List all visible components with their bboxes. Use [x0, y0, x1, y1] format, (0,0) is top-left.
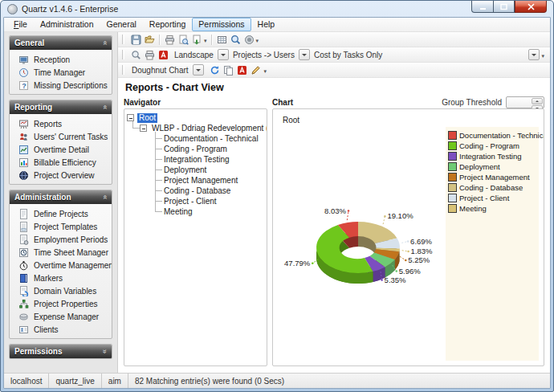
sidebar: General«ReceptionTime Manager?Missing De… [4, 32, 118, 373]
preview-button[interactable] [129, 48, 143, 61]
toolbar-overflow-icon[interactable]: ▾ [264, 68, 267, 75]
tree-node-meeting[interactable]: Meeting [162, 206, 264, 217]
menu-item-general[interactable]: General [100, 18, 142, 31]
sidebar-section-header-general[interactable]: General« [10, 36, 112, 50]
sidebar-item-label: Clients [34, 325, 59, 334]
menu-item-permissions[interactable]: Permissions [192, 18, 251, 31]
menu-item-help[interactable]: Help [251, 18, 282, 31]
pdf-icon [158, 50, 169, 60]
missing-descriptions-icon: ? [18, 80, 29, 91]
sidebar-item-reception[interactable]: Reception [11, 53, 110, 66]
sidebar-item-overtime-detail[interactable]: Overtime Detail [11, 143, 110, 156]
menu-item-reporting[interactable]: Reporting [143, 18, 193, 31]
sidebar-section-title: Reporting [14, 103, 52, 112]
open-button[interactable] [143, 33, 157, 46]
print-button[interactable] [163, 33, 177, 46]
sidebar-item-employment-periods[interactable]: Employment Periods [11, 233, 110, 246]
print-preview-button[interactable] [177, 33, 190, 46]
toolbar-overflow-icon[interactable]: ▾ [204, 38, 207, 44]
tree-node-integration-testing[interactable]: Integration Testing [162, 154, 264, 165]
sidebar-item-project-overview[interactable]: Project Overview [11, 169, 110, 182]
sidebar-section-administration: Administration«Define ProjectsProject Te… [9, 190, 112, 339]
save-icon [131, 35, 141, 45]
sidebar-item-missing-descriptions[interactable]: ?Missing Descriptions [11, 79, 110, 92]
sidebar-item-domain-variables[interactable]: Domain Variables [11, 284, 110, 297]
page-title: Reports - Chart View [125, 82, 550, 93]
sidebar-item-label: Time Sheet Manager [34, 248, 108, 257]
tree-node-coding-database[interactable]: Coding - Database [162, 186, 264, 196]
search-button[interactable] [229, 33, 242, 46]
toolbar-grip[interactable] [122, 65, 124, 75]
chart-panel-box: 19.10%6.69%1.83%5.25%5.96%5.35%47.79%8.0… [272, 108, 544, 366]
sidebar-item-define-projects[interactable]: Define Projects [11, 207, 110, 220]
menu-item-file[interactable]: File [7, 18, 34, 31]
table-button[interactable] [215, 33, 229, 46]
chevron-up-icon[interactable]: « [101, 195, 108, 199]
minimize-button[interactable] [471, 1, 493, 13]
sidebar-item-project-properties[interactable]: Project Properties [11, 297, 110, 310]
sidebar-section-header-administration[interactable]: Administration« [10, 190, 112, 204]
sidebar-item-clients[interactable]: Clients [11, 323, 110, 336]
tree-node-project-client[interactable]: Project - Client [162, 196, 264, 206]
record-button[interactable] [242, 33, 256, 46]
maximize-button[interactable] [493, 1, 515, 13]
tree-node-coding-program[interactable]: Coding - Program [162, 144, 264, 154]
sidebar-section-header-reporting[interactable]: Reporting« [10, 100, 112, 114]
print-button[interactable] [143, 48, 157, 61]
toolbar-grip[interactable] [122, 50, 124, 59]
chart-type-dropdown-button[interactable] [193, 64, 204, 76]
export-button[interactable] [190, 33, 204, 46]
sidebar-item-markers[interactable]: Markers [11, 272, 110, 284]
tree-node-project-management[interactable]: Project Management [162, 175, 264, 186]
chevron-up-icon[interactable]: « [101, 41, 108, 45]
group-threshold-label: Group Threshold [442, 98, 502, 107]
sidebar-item-expense-manager[interactable]: Expense Manager [11, 310, 110, 323]
refresh-button[interactable] [208, 63, 222, 76]
grouping-dropdown-button[interactable] [299, 49, 310, 60]
sidebar-item-time-sheet-manager[interactable]: Time Sheet Manager [11, 246, 110, 259]
sidebar-section-general: General«ReceptionTime Manager?Missing De… [9, 35, 112, 95]
label-leader-dot [381, 279, 383, 281]
tree-node-documentation-technical[interactable]: Documentation - Technical [162, 133, 264, 144]
pdf-button[interactable] [235, 63, 249, 76]
tree-node-deployment[interactable]: Deployment [162, 165, 264, 175]
copy-button[interactable] [222, 63, 235, 76]
tree-branch: Coding - Database [153, 186, 264, 196]
pdf-button[interactable] [157, 48, 170, 61]
tree-node-root[interactable]: Root [127, 112, 264, 123]
label-leader-dot [384, 215, 386, 218]
slice-percent-label: 6.69% [410, 237, 432, 246]
chevron-down-icon[interactable]: « [101, 349, 108, 353]
report-toolbar-icons [129, 48, 170, 61]
report-options-dropdown-button[interactable] [528, 49, 540, 60]
sidebar-item-reports[interactable]: Reports [11, 117, 110, 130]
tree-node-label: Deployment [162, 165, 208, 175]
time-sheet-icon [18, 247, 29, 258]
pen-button[interactable] [249, 63, 263, 76]
sidebar-item-billable-efficiency[interactable]: Billable Efficiency [11, 156, 110, 169]
chevron-up-icon[interactable]: « [101, 105, 108, 109]
reports-icon [18, 119, 29, 129]
sidebar-item-overtime-management[interactable]: Overtime Management [11, 259, 110, 272]
sidebar-section-header-permissions[interactable]: Permissions« [10, 345, 112, 358]
close-button[interactable] [515, 1, 547, 13]
group-threshold-input[interactable] [506, 96, 544, 108]
window-title: Quartz v1.4.6 - Enterprise [22, 4, 118, 14]
save-button[interactable] [129, 33, 143, 46]
title-bar[interactable]: Quartz v1.4.6 - Enterprise [1, 1, 553, 17]
collapse-minus-icon[interactable] [127, 114, 134, 121]
spinner-up-icon[interactable] [532, 98, 543, 104]
export-icon [192, 35, 202, 45]
menu-item-administration[interactable]: Administration [34, 18, 100, 31]
orientation-dropdown-button[interactable] [218, 49, 229, 60]
clients-icon [18, 325, 29, 335]
sidebar-item-label: Overtime Detail [34, 145, 89, 154]
toolbar-grip[interactable] [122, 35, 124, 44]
toolbar-overflow-icon[interactable]: ▾ [541, 53, 544, 59]
toolbar-overflow-icon[interactable]: ▾ [256, 38, 259, 44]
legend-label: Coding - Database [459, 183, 523, 192]
sidebar-item-time-manager[interactable]: Time Manager [11, 66, 110, 79]
sidebar-item-users-current-tasks[interactable]: Users' Current Tasks [11, 130, 110, 143]
sidebar-item-project-templates[interactable]: Project Templates [11, 220, 110, 233]
collapse-minus-icon[interactable] [140, 125, 147, 132]
